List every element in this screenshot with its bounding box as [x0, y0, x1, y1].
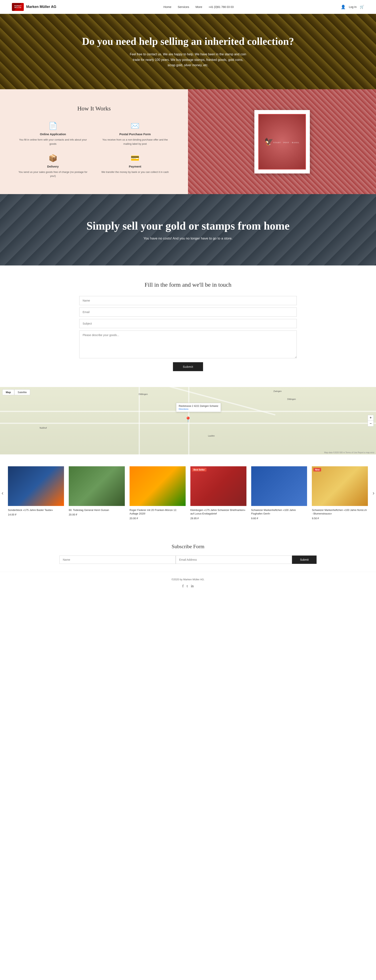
product-image-1 [69, 466, 125, 506]
product-title-5: Schweizer Markenheftchen «100 Jahre flor… [312, 508, 368, 515]
map-tab-satellite[interactable]: Satellite [14, 390, 30, 395]
product-card-1[interactable]: 60. Todestag General Henri Guisan 20.00 … [69, 466, 125, 520]
sell-section: Simply sell your gold or stamps from hom… [0, 194, 376, 266]
hero-section: Do you need help selling an inherited co… [0, 14, 376, 89]
subscribe-section: Subscribe Form Submit [0, 532, 376, 572]
how-item-3-title: Delivery [16, 165, 90, 168]
product-badge-5: New [313, 468, 321, 471]
product-price-1: 20.00 ₣ [69, 513, 125, 516]
map-tabs: Map Satellite [2, 390, 30, 395]
twitter-icon[interactable]: t [187, 584, 187, 588]
hero-description: Feel free to contact us. We are happy to… [129, 51, 247, 68]
product-price-2: 20.00 ₣ [130, 517, 186, 520]
how-item-3: 📦 Delivery You send us your sales goods … [16, 154, 90, 178]
subscribe-title: Subscribe Form [59, 544, 317, 550]
how-item-1-desc: You fill in online form with your contac… [16, 138, 90, 146]
map-label-dittlingen: Dittlingen [139, 393, 148, 395]
product-price-4: 9.60 ₣ [251, 517, 307, 520]
map-attribution: Map data ©2020 500 m Terms of Use Report… [324, 452, 374, 453]
map-zoom-in[interactable]: + [368, 415, 373, 421]
map-popup-address: Riedstrasse 2 4222 Zwingen Schweiz [179, 405, 218, 407]
subject-input[interactable] [79, 319, 297, 328]
how-section: How It Works 📄 Online Application You fi… [0, 89, 376, 194]
product-title-3: Kleinbogen «175 Jahre Schweizer Briefmar… [190, 508, 246, 515]
cart-icon[interactable]: 🛒 [360, 5, 364, 9]
map-section: Zwingen Dittingen Nußhof Laufen Dittling… [0, 387, 376, 454]
sell-subtitle: You have no costs! And you no longer hav… [143, 237, 232, 240]
product-card-3[interactable]: Best Seller Kleinbogen «175 Jahre Schwei… [190, 466, 246, 520]
product-title-0: Sonderblock «175 Jahre Basler Taube» [8, 508, 64, 512]
how-grid: 📄 Online Application You fill in online … [16, 122, 172, 178]
map-directions-link[interactable]: Directions [179, 408, 218, 410]
products-section: ‹ Sonderblock «175 Jahre Basler Taube» 1… [0, 454, 376, 531]
how-item-1-title: Online Application [16, 132, 90, 136]
product-card-2[interactable]: Roger Federer mit 20 Franken-Münze 12. A… [130, 466, 186, 520]
how-left: How It Works 📄 Online Application You fi… [0, 89, 188, 194]
how-item-4: 💳 Payment We transfer the money by bank … [98, 154, 172, 178]
product-price-3: 29.95 ₣ [190, 517, 246, 520]
footer-copy: ©2020 by Marken Müller AG. [6, 578, 370, 581]
logo-image: MARKEN MÜLLER [12, 3, 24, 11]
nav-services[interactable]: Services [178, 5, 189, 8]
product-price-5: 9.50 ₣ [312, 517, 368, 520]
how-item-2-title: Postal Purchase Form [98, 132, 172, 136]
facebook-icon[interactable]: f [182, 584, 184, 588]
nav-logo: MARKEN MÜLLER Marken Müller AG [12, 3, 56, 11]
map-label-dittingen: Dittingen [287, 398, 296, 400]
subscribe-name-input[interactable] [59, 555, 176, 564]
how-item-4-title: Payment [98, 165, 172, 168]
postal-form-icon: ✉️ [98, 122, 172, 130]
nav-actions: 👤 Log In 🛒 [341, 5, 364, 9]
footer: ©2020 by Marken Müller AG. f t in [0, 572, 376, 594]
map-zoom-out[interactable]: − [368, 421, 373, 426]
products-next-button[interactable]: › [373, 490, 374, 496]
contact-form-section: Fill in the form and we'll be in touch S… [0, 266, 376, 387]
subscribe-form: Submit [59, 555, 317, 564]
product-card-5[interactable]: New Schweizer Markenheftchen «100 Jahre … [312, 466, 368, 520]
product-title-1: 60. Todestag General Henri Guisan [69, 508, 125, 512]
name-input[interactable] [79, 296, 297, 305]
stamp-image: 🦅 STADT · POST · BASEL [254, 110, 310, 173]
product-title-2: Roger Federer mit 20 Franken-Münze 12. A… [130, 508, 186, 515]
product-image-2 [130, 466, 186, 506]
how-title: How It Works [16, 105, 172, 112]
form-submit-button[interactable]: Submit [173, 362, 203, 371]
nav-more[interactable]: More [195, 5, 202, 8]
product-title-4: Schweizer Markenheftchen «100 Jahre Flug… [251, 508, 307, 515]
map-tab-map[interactable]: Map [2, 390, 14, 395]
user-icon: 👤 [341, 5, 346, 9]
product-badge-3: Best Seller [192, 468, 206, 471]
map-pin: 📍 [185, 416, 192, 423]
how-item-4-desc: We transfer the money by bank or you can… [98, 170, 172, 174]
form-title: Fill in the form and we'll be in touch [79, 281, 297, 288]
subscribe-email-input[interactable] [176, 555, 292, 564]
map-label-nusshof: Nußhof [40, 426, 47, 429]
message-textarea[interactable] [79, 331, 297, 358]
nav-home[interactable]: Home [163, 5, 171, 8]
map-background: Zwingen Dittingen Nußhof Laufen Dittling… [0, 387, 376, 454]
delivery-icon: 📦 [16, 154, 90, 162]
product-price-0: 14.00 ₣ [8, 513, 64, 516]
product-image-5: New [312, 466, 368, 506]
how-item-2: ✉️ Postal Purchase Form You receive from… [98, 122, 172, 146]
product-card-4[interactable]: Schweizer Markenheftchen «100 Jahre Flug… [251, 466, 307, 520]
how-item-1: 📄 Online Application You fill in online … [16, 122, 90, 146]
products-track: Sonderblock «175 Jahre Basler Taube» 14.… [8, 466, 368, 520]
how-item-2-desc: You receive from us a non-binding purcha… [98, 138, 172, 146]
navbar: MARKEN MÜLLER Marken Müller AG Home Serv… [0, 0, 376, 14]
product-card-0[interactable]: Sonderblock «175 Jahre Basler Taube» 14.… [8, 466, 64, 520]
map-zoom-controls: + − [368, 415, 374, 426]
subscribe-submit-button[interactable]: Submit [292, 555, 317, 564]
online-application-icon: 📄 [16, 122, 90, 130]
email-input[interactable] [79, 307, 297, 317]
how-item-3-desc: You send us your sales goods free of cha… [16, 170, 90, 178]
nav-phone: +41 (0)61 766 03 03 [209, 5, 234, 8]
products-prev-button[interactable]: ‹ [2, 490, 3, 496]
payment-icon: 💳 [98, 154, 172, 162]
linkedin-icon[interactable]: in [191, 584, 194, 588]
footer-social: f t in [6, 584, 370, 588]
nav-links: Home Services More +41 (0)61 766 03 03 [163, 5, 233, 8]
nav-login-button[interactable]: Log In [349, 5, 357, 8]
product-image-3: Best Seller [190, 466, 246, 506]
logo-text: MARKEN MÜLLER [14, 5, 21, 9]
